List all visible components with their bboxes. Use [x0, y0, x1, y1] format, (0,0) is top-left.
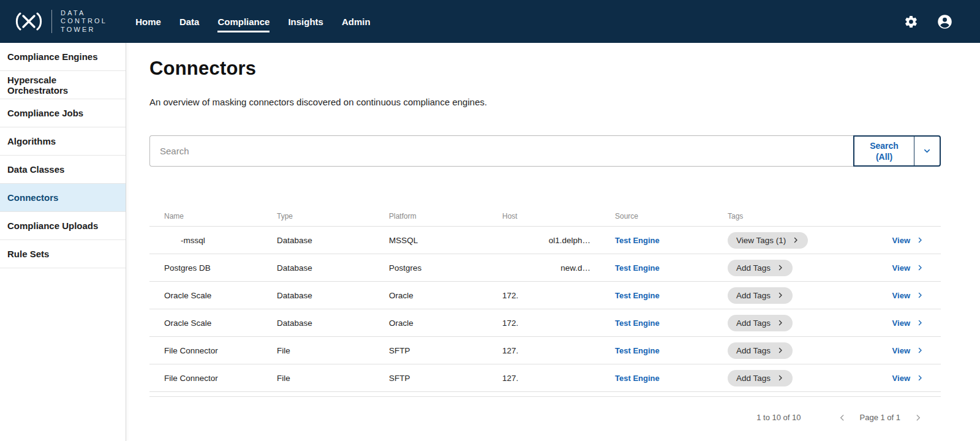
- sidebar-item-label: Algorithms: [7, 136, 56, 146]
- table-row: -mssql Database MSSQL ol1.delph… Test En…: [149, 227, 941, 254]
- view-link[interactable]: View: [892, 346, 924, 355]
- cell-type: Database: [277, 318, 389, 328]
- cell-type: File: [277, 374, 389, 383]
- source-link[interactable]: Test Engine: [615, 318, 660, 328]
- view-link-label: View: [892, 318, 910, 328]
- search-scope-dropdown[interactable]: [914, 137, 940, 165]
- table-bottom-border: [149, 392, 941, 397]
- tags-button[interactable]: View Tags (1): [728, 232, 808, 249]
- source-link[interactable]: Test Engine: [615, 291, 660, 300]
- column-header-host: Host: [502, 212, 615, 221]
- column-header-label: Source: [615, 212, 638, 221]
- search-input[interactable]: [149, 135, 853, 167]
- main-content: Connectors An overview of masking connec…: [126, 43, 980, 441]
- tags-button-label: Add Tags: [736, 263, 771, 273]
- view-link-label: View: [892, 374, 910, 383]
- cell-name: Oracle Scale: [149, 291, 277, 300]
- brand-line-2: CONTROL: [61, 17, 107, 26]
- pagination: 1 to 10 of 10 Page 1 of 1: [149, 413, 941, 422]
- sidebar-item-algorithms[interactable]: Algorithms: [0, 127, 126, 156]
- nav-item-data[interactable]: Data: [179, 0, 200, 43]
- previous-page-button[interactable]: [838, 413, 846, 422]
- chevron-right-icon: [792, 236, 799, 244]
- tags-button-label: Add Tags: [736, 346, 771, 355]
- brand-home-link[interactable]: DATA CONTROL TOWER: [15, 9, 107, 34]
- view-link[interactable]: View: [892, 291, 924, 300]
- brand-line-1: DATA: [61, 9, 107, 18]
- chevron-right-icon: [777, 374, 784, 382]
- view-link-label: View: [892, 291, 910, 300]
- sidebar-item-hyperscale-orchestrators[interactable]: Hyperscale Orchestrators: [0, 71, 126, 99]
- connectors-table: Name Type Platform Host Source Tags -mss…: [149, 206, 941, 397]
- column-header-label: Tags: [728, 212, 743, 221]
- tags-button-label: Add Tags: [736, 318, 771, 328]
- source-link[interactable]: Test Engine: [615, 263, 660, 273]
- tags-button-label: Add Tags: [736, 291, 771, 300]
- cell-host: new.d…: [502, 263, 615, 273]
- sidebar-item-label: Rule Sets: [7, 249, 49, 259]
- tags-button[interactable]: Add Tags: [728, 315, 793, 331]
- cell-name: Postgres DB: [149, 263, 277, 273]
- tags-button[interactable]: Add Tags: [728, 342, 793, 359]
- search-button[interactable]: Search (All): [854, 137, 914, 165]
- table-row: Oracle Scale Database Oracle 172. Test E…: [149, 282, 941, 309]
- view-link[interactable]: View: [892, 263, 924, 273]
- chevron-right-icon: [777, 292, 784, 299]
- view-link-label: View: [892, 236, 910, 245]
- source-link[interactable]: Test Engine: [615, 236, 660, 245]
- cell-platform: SFTP: [389, 374, 502, 383]
- chevron-right-icon: [916, 264, 924, 271]
- nav-item-label: Data: [179, 17, 200, 27]
- view-link[interactable]: View: [892, 374, 924, 383]
- nav-item-label: Insights: [288, 17, 323, 27]
- sidebar-item-rule-sets[interactable]: Rule Sets: [0, 240, 126, 268]
- source-link[interactable]: Test Engine: [615, 346, 660, 355]
- top-navbar: DATA CONTROL TOWER Home Data Compliance …: [0, 0, 980, 43]
- sidebar-item-connectors[interactable]: Connectors: [0, 184, 126, 212]
- nav-item-compliance[interactable]: Compliance: [217, 0, 270, 43]
- sidebar-item-compliance-jobs[interactable]: Compliance Jobs: [0, 99, 126, 127]
- column-header-type: Type: [277, 212, 389, 221]
- nav-item-insights[interactable]: Insights: [288, 0, 323, 43]
- chevron-left-icon: [838, 413, 846, 422]
- column-header-platform: Platform: [389, 212, 502, 221]
- tags-button[interactable]: Add Tags: [728, 370, 793, 386]
- source-link[interactable]: Test Engine: [615, 374, 660, 383]
- cell-platform: Oracle: [389, 318, 502, 328]
- sidebar-item-label: Compliance Engines: [7, 51, 98, 62]
- pagination-range: 1 to 10 of 10: [756, 413, 801, 422]
- next-page-button[interactable]: [914, 413, 922, 422]
- cell-name: -mssql: [149, 236, 277, 245]
- search-button-group: Search (All): [853, 135, 941, 167]
- tags-button[interactable]: Add Tags: [728, 260, 793, 276]
- column-header-label: Host: [502, 212, 518, 221]
- sidebar-item-compliance-engines[interactable]: Compliance Engines: [0, 43, 126, 71]
- tags-button[interactable]: Add Tags: [728, 287, 793, 304]
- cell-platform: Oracle: [389, 291, 502, 300]
- chevron-right-icon: [916, 374, 924, 382]
- view-link[interactable]: View: [892, 318, 924, 328]
- column-header-label: Type: [277, 212, 293, 221]
- table-row: Postgres DB Database Postgres new.d… Tes…: [149, 254, 941, 282]
- tags-button-label: Add Tags: [736, 374, 771, 383]
- table-row: Oracle Scale Database Oracle 172. Test E…: [149, 309, 941, 337]
- chevron-right-icon: [777, 319, 784, 326]
- nav-item-admin[interactable]: Admin: [342, 0, 371, 43]
- cell-type: File: [277, 346, 389, 355]
- pagination-page: Page 1 of 1: [860, 413, 901, 422]
- gear-icon[interactable]: [904, 15, 918, 29]
- cell-host: 127.: [502, 374, 615, 383]
- navbar-icons: [904, 13, 953, 30]
- column-header-source: Source: [615, 212, 728, 221]
- chevron-right-icon: [914, 413, 922, 422]
- nav-item-home[interactable]: Home: [135, 0, 161, 43]
- view-link[interactable]: View: [892, 236, 924, 245]
- view-link-label: View: [892, 263, 910, 273]
- view-link-label: View: [892, 346, 910, 355]
- sidebar-item-compliance-uploads[interactable]: Compliance Uploads: [0, 212, 126, 240]
- account-icon[interactable]: [937, 13, 953, 30]
- sidebar-item-data-classes[interactable]: Data Classes: [0, 156, 126, 184]
- column-header-label: Name: [164, 212, 184, 221]
- brand-text: DATA CONTROL TOWER: [61, 9, 107, 34]
- page-subtitle: An overview of masking connectors discov…: [149, 97, 941, 107]
